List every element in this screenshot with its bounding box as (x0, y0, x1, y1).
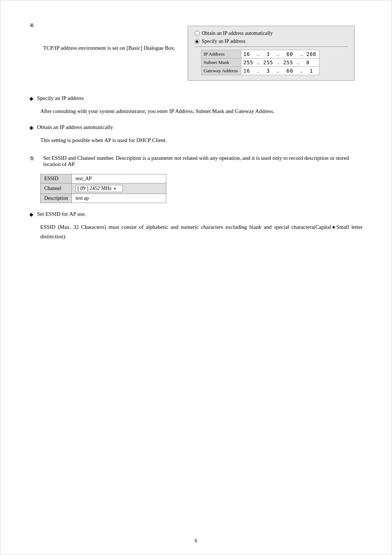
section-5: ⑤ Set ESSID and Channel number. Descript… (29, 155, 363, 241)
diamond-2: ◆ (29, 125, 33, 131)
dialog-row-radio2: Specify an IP address (195, 39, 348, 44)
ip-table: IP Address 16 . 3 . 60 . 208 Subnet Mask… (201, 50, 320, 75)
bullet2-label: Obtain an IP address automatically (37, 124, 113, 130)
bullet3-para: ESSID (Max. 32 Characters) must consist … (40, 223, 363, 241)
ip-value-subnet: 255 . 255 . 255 . 0 (241, 58, 319, 67)
essid-val-essid[interactable]: test_AP (72, 174, 166, 183)
essid-label-channel: Channel (41, 183, 72, 194)
bullet3-label: Set ESSID for AP use. (37, 211, 86, 217)
essid-row-essid: ESSID test_AP (41, 174, 166, 183)
channel-select[interactable]: [ 09 ] 2452 MHz ▼ (75, 185, 123, 192)
essid-label-desc: Description (41, 194, 72, 203)
content-4: TCP/IP address environment is set on [Ba… (43, 22, 363, 87)
bullet-specify: ◆ Specify an IP address (29, 95, 363, 102)
essid-val-desc[interactable]: test ap (72, 194, 166, 203)
bullet1-label: Specify an IP address (37, 95, 84, 101)
page-number: 6 (0, 538, 392, 544)
radio1-text: Obtain an IP address automatically (202, 31, 273, 36)
dialog-box: Obtain an IP address automatically Speci… (188, 26, 355, 81)
ip-label-subnet: Subnet Mask (201, 58, 241, 67)
ip-row-gw: Gateway Address 16 . 3 . 60 . 1 (201, 67, 319, 75)
section-4: ④ TCP/IP address environment is set on [… (29, 22, 363, 145)
ip-value-gw: 16 . 3 . 60 . 1 (241, 67, 319, 75)
essid-row-desc: Description test ap (41, 194, 166, 203)
channel-arrow-icon: ▼ (113, 187, 117, 191)
radio1-circle[interactable] (195, 31, 200, 36)
radio2-text: Specify an IP address (202, 39, 245, 44)
essid-row-channel: Channel [ 09 ] 2452 MHz ▼ (41, 183, 166, 194)
essid-val-channel[interactable]: [ 09 ] 2452 MHz ▼ (72, 183, 166, 194)
essid-label-essid: ESSID (41, 174, 72, 183)
section5-text: Set ESSID and Channel number. Descriptio… (43, 155, 349, 167)
section4-text: TCP/IP address environment is set on [Ba… (43, 45, 175, 51)
bullet1-para: After consulting with your system admini… (40, 107, 363, 116)
divider (195, 46, 348, 47)
numbered-item-5: ⑤ Set ESSID and Channel number. Descript… (29, 155, 363, 167)
dialog-row-radio1: Obtain an IP address automatically (195, 31, 348, 36)
diamond-3: ◆ (29, 211, 33, 218)
page: ④ TCP/IP address environment is set on [… (0, 0, 392, 555)
ip-row-ip: IP Address 16 . 3 . 60 . 208 (201, 50, 319, 58)
radio2-label[interactable]: Specify an IP address (195, 39, 245, 44)
radio2-circle[interactable] (195, 39, 200, 44)
numbered-item-4: ④ TCP/IP address environment is set on [… (29, 22, 363, 87)
essid-table: ESSID test_AP Channel [ 09 ] 2452 MHz ▼ … (40, 174, 166, 203)
bullet-obtain: ◆ Obtain an IP address automatically (29, 124, 363, 131)
bullet2-para: This setting is possible when AP is used… (40, 136, 363, 145)
radio1-label[interactable]: Obtain an IP address automatically (195, 31, 273, 36)
bullet-essid: ◆ Set ESSID for AP use. (29, 211, 363, 218)
content-5: Set ESSID and Channel number. Descriptio… (43, 155, 363, 167)
ip-row-subnet: Subnet Mask 255 . 255 . 255 . 0 (201, 58, 319, 67)
ip-value-ip: 16 . 3 . 60 . 208 (241, 50, 319, 58)
channel-text: [ 09 ] 2452 MHz (77, 186, 111, 191)
num-4: ④ (29, 22, 37, 29)
num-5: ⑤ (29, 155, 37, 162)
ip-label-gw: Gateway Address (201, 67, 241, 75)
ip-label-ip: IP Address (201, 50, 241, 58)
diamond-1: ◆ (29, 96, 33, 102)
